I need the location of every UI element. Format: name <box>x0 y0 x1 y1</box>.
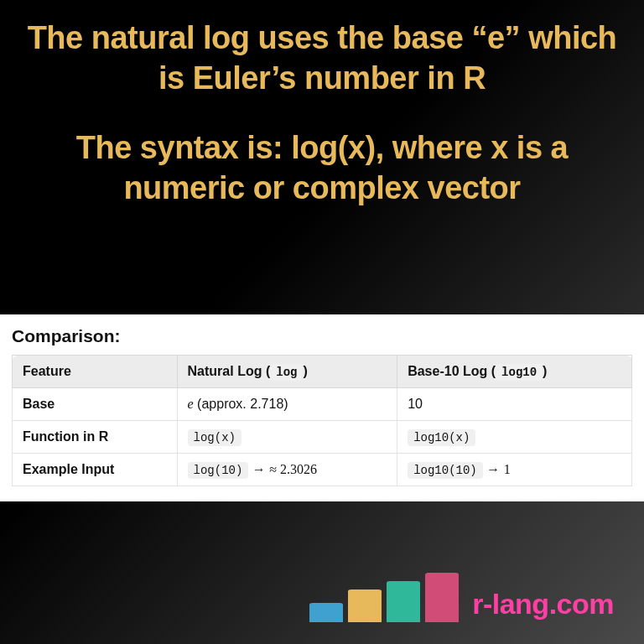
cell-feature: Base <box>13 388 178 421</box>
comparison-table: Feature Natural Log (log) Base-10 Log (l… <box>12 355 632 486</box>
cell-nat: log(10) → ≈ 2.3026 <box>177 454 397 486</box>
cell-nat: e (approx. 2.718) <box>177 388 397 421</box>
cell-feature: Function in R <box>13 421 178 454</box>
brand-text: r-lang.com <box>472 588 614 622</box>
footer: r-lang.com <box>309 574 614 622</box>
arrow: → <box>483 462 504 476</box>
nat-result: ≈ 2.3026 <box>269 462 317 476</box>
heading-line-2: The syntax is: log(x), where x is a nume… <box>25 128 619 208</box>
table-row: Base e (approx. 2.718) 10 <box>13 388 632 421</box>
col-base10-log: Base-10 Log (log10) <box>397 356 632 388</box>
table-header-row: Feature Natural Log (log) Base-10 Log (l… <box>13 356 632 388</box>
nat-header-code: log <box>270 364 303 381</box>
bar-icon <box>309 604 343 622</box>
code-log10-10: log10(10) <box>408 462 483 479</box>
b10-result: 1 <box>504 462 511 476</box>
code-log10-x: log10(x) <box>408 429 475 446</box>
b10-suffix: ) <box>543 364 547 378</box>
nat-base-tail: (approx. 2.718) <box>194 397 288 411</box>
b10-header-code: log10 <box>496 364 543 381</box>
bar-icon <box>425 574 459 622</box>
heading-line-1: The natural log uses the base “e” which … <box>25 18 619 98</box>
table-row: Example Input log(10) → ≈ 2.3026 log10(1… <box>13 454 632 486</box>
cell-b10: 10 <box>397 388 632 421</box>
col-feature: Feature <box>13 356 178 388</box>
nat-prefix: Natural Log ( <box>188 364 271 378</box>
nat-suffix: ) <box>303 364 307 378</box>
logo-bars-icon <box>309 574 459 622</box>
bar-icon <box>387 582 420 622</box>
arrow: → <box>248 462 269 476</box>
comparison-title: Comparison: <box>12 326 632 346</box>
cell-feature: Example Input <box>13 454 178 486</box>
cell-b10: log10(x) <box>397 421 632 454</box>
b10-prefix: Base-10 Log ( <box>408 364 496 378</box>
cell-nat: log(x) <box>177 421 397 454</box>
code-log-10: log(10) <box>188 462 249 479</box>
code-log-x: log(x) <box>188 429 242 446</box>
table-row: Function in R log(x) log10(x) <box>13 421 632 454</box>
header-block: The natural log uses the base “e” which … <box>0 0 644 208</box>
col-natural-log: Natural Log (log) <box>177 356 397 388</box>
comparison-panel: Comparison: Feature Natural Log (log) Ba… <box>0 314 644 501</box>
bar-icon <box>348 590 382 622</box>
cell-b10: log10(10) → 1 <box>397 454 632 486</box>
italic-e: e <box>188 397 194 411</box>
